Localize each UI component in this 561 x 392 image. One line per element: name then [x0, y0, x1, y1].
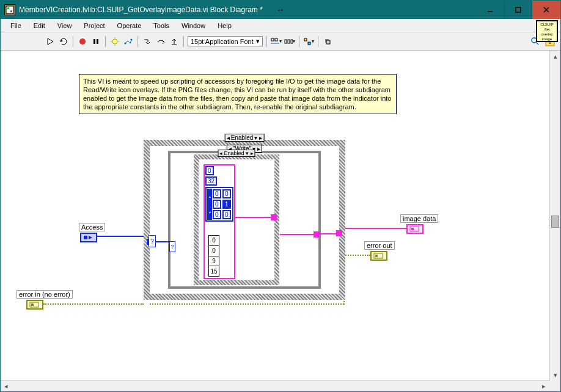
arr-cell-21[interactable]: 0: [222, 210, 231, 219]
array-const-0[interactable]: ▴▾ 00 01 00: [205, 187, 233, 222]
menu-view[interactable]: View: [53, 21, 77, 31]
terminal-error-in[interactable]: [26, 300, 43, 310]
case-structure-outer[interactable]: ◂ Enabled ▾ ▸ ? ◂: [144, 140, 345, 300]
menu-operate[interactable]: Operate: [112, 21, 147, 31]
label-error-out[interactable]: error out: [364, 241, 395, 250]
case-next-icon[interactable]: ▸: [258, 134, 263, 141]
run-button[interactable]: [45, 36, 56, 47]
scroll-corner: [549, 380, 560, 391]
vertical-scrollbar[interactable]: ▴ ▾: [549, 51, 560, 380]
menu-window[interactable]: Window: [177, 21, 210, 31]
arr-cell-11[interactable]: 1: [222, 200, 231, 209]
wire-deep-pink: [235, 217, 272, 218]
wire-error-pass: [150, 303, 344, 305]
case-next-icon[interactable]: ▸: [250, 150, 254, 156]
case-structure-deep[interactable]: ◂ Enabled ▾ ▸ 0: [194, 154, 279, 285]
canvas-scroll: This VI is meant to speed up scripting o…: [1, 51, 560, 380]
svg-point-10: [112, 39, 117, 44]
label-image-data[interactable]: image data: [400, 214, 438, 223]
abort-button[interactable]: [77, 36, 88, 47]
num-const-1[interactable]: 32: [205, 176, 217, 186]
svg-point-15: [125, 42, 127, 44]
y3[interactable]: 15: [209, 266, 219, 276]
distribute-button[interactable]: ▾: [284, 36, 295, 47]
svg-rect-1: [7, 7, 9, 9]
cleanup-button[interactable]: ▾: [303, 36, 314, 47]
terminal-access[interactable]: [80, 233, 97, 242]
maximize-button[interactable]: [504, 1, 532, 19]
menu-file[interactable]: File: [6, 21, 26, 31]
svg-rect-8: [94, 39, 95, 44]
highlight-exec-button[interactable]: [109, 36, 120, 47]
run-continuous-button[interactable]: [58, 36, 69, 47]
terminal-error-out[interactable]: [370, 251, 387, 261]
block-diagram-canvas[interactable]: This VI is meant to speed up scripting o…: [1, 51, 560, 380]
app-icon: [4, 4, 15, 15]
vi-icon[interactable]: CLSUIP Get overlay image: [536, 20, 558, 42]
arr-cell-10[interactable]: 0: [213, 200, 221, 209]
pause-button[interactable]: [90, 36, 101, 47]
case-next-icon[interactable]: ▸: [257, 145, 261, 152]
scroll-down-icon[interactable]: ▾: [550, 369, 560, 380]
svg-rect-24: [304, 38, 307, 41]
cluster-constant[interactable]: 0 32 ▴▾ 00 01 00: [204, 164, 235, 279]
svg-rect-27: [326, 40, 330, 44]
window-title: MemberVICreation.lvlib:CLSUIP_GetOverlay…: [19, 5, 476, 14]
scroll-thumb-v[interactable]: [551, 216, 559, 228]
chevron-down-icon[interactable]: ▾: [245, 150, 249, 156]
horizontal-scrollbar[interactable]: ◂ ▸: [1, 380, 549, 391]
case-selector-deep[interactable]: ◂ Enabled ▾ ▸: [218, 150, 255, 157]
case-prev-icon[interactable]: ◂: [219, 150, 223, 156]
menu-tools[interactable]: Tools: [148, 21, 174, 31]
wire-mid-pink: [280, 234, 317, 235]
chevron-down-icon[interactable]: ▾: [254, 134, 258, 141]
step-out-button[interactable]: [169, 36, 180, 47]
align-button[interactable]: ▾: [271, 36, 282, 47]
mid-selector-terminal[interactable]: ?: [169, 241, 175, 252]
retain-wire-button[interactable]: [123, 36, 134, 47]
menu-project[interactable]: Project: [79, 21, 109, 31]
svg-point-16: [131, 38, 133, 40]
case-prev-icon[interactable]: ◂: [226, 134, 230, 141]
arr-cell-01[interactable]: 0: [222, 189, 231, 198]
font-selector[interactable]: 15pt Application Font ▾: [188, 36, 263, 46]
y0[interactable]: 0: [209, 236, 219, 246]
selector-terminal[interactable]: ?: [148, 235, 156, 247]
y2[interactable]: 9: [209, 256, 219, 267]
close-button[interactable]: [532, 1, 560, 19]
y1[interactable]: 0: [209, 246, 219, 256]
menubar: File Edit View Project Operate Tools Win…: [1, 19, 560, 32]
num-const-0[interactable]: 0: [205, 166, 214, 175]
titlebar: MemberVICreation.lvlib:CLSUIP_GetOverlay…: [1, 1, 560, 19]
svg-rect-19: [275, 38, 277, 41]
case-label-outer: Enabled: [231, 134, 254, 141]
menu-edit[interactable]: Edit: [29, 21, 50, 31]
scroll-left-icon[interactable]: ◂: [1, 381, 12, 391]
toolbar: 15pt Application Font ▾ ▾ ▾ ▾ ?: [1, 32, 560, 51]
scroll-right-icon[interactable]: ▸: [538, 381, 549, 391]
svg-rect-21: [285, 40, 287, 43]
scroll-up-icon[interactable]: ▴: [550, 51, 560, 62]
terminal-image-data[interactable]: [406, 224, 424, 234]
step-into-button[interactable]: [142, 36, 153, 47]
svg-rect-18: [271, 38, 274, 41]
svg-rect-22: [288, 40, 290, 43]
label-access[interactable]: Access: [79, 223, 105, 231]
free-label-comment[interactable]: This VI is meant to speed up scripting o…: [79, 74, 397, 114]
window-root: MemberVICreation.lvlib:CLSUIP_GetOverlay…: [0, 0, 561, 392]
case-structure-mid[interactable]: ◂ "Write" ▾ ▸ ◂ Enabled: [168, 151, 321, 289]
wire-access: [97, 236, 144, 237]
wire-image-data: [345, 228, 406, 229]
label-error-in[interactable]: error in (no error): [16, 290, 73, 299]
case-selector-outer[interactable]: ◂ Enabled ▾ ▸: [225, 134, 265, 142]
reorder-button[interactable]: [322, 36, 333, 47]
wire-error-in-h: [43, 303, 144, 305]
rect-constant[interactable]: 0 0 9 15: [208, 235, 219, 277]
minimize-button[interactable]: [476, 1, 504, 19]
svg-rect-36: [411, 228, 414, 230]
arr-cell-00[interactable]: 0: [213, 189, 221, 198]
arr-cell-20[interactable]: 0: [213, 210, 221, 219]
vi-icon-text: CLSUIP Get overlay image: [540, 23, 554, 41]
step-over-button[interactable]: [155, 36, 166, 47]
menu-help[interactable]: Help: [213, 21, 237, 31]
